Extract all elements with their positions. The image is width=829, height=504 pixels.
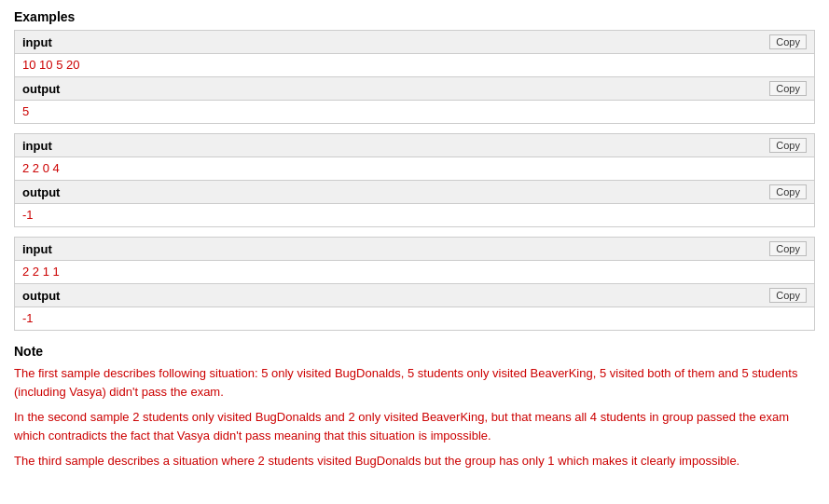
example-3-input-header: input Copy (15, 238, 814, 261)
example-2-output-value: -1 (22, 208, 34, 222)
example-1-output-label: output (22, 82, 60, 96)
example-1-input-value-row: 10 10 5 20 (15, 54, 814, 77)
note-title: Note (14, 344, 815, 359)
example-1-copy-output-button[interactable]: Copy (769, 81, 807, 96)
example-2-input-header: input Copy (15, 134, 814, 157)
example-block-2: input Copy 2 2 0 4 output Copy -1 (14, 133, 815, 227)
section-title: Examples (14, 9, 815, 24)
examples-container: input Copy 10 10 5 20 output Copy 5 inpu… (14, 30, 815, 331)
example-3-output-label: output (22, 289, 60, 303)
example-2-input-value: 2 2 0 4 (22, 161, 60, 175)
example-1-input-value: 10 10 5 20 (22, 58, 79, 72)
example-3-copy-input-button[interactable]: Copy (769, 241, 807, 256)
example-block-3: input Copy 2 2 1 1 output Copy -1 (14, 237, 815, 331)
example-2-copy-output-button[interactable]: Copy (769, 184, 807, 199)
note-paragraph-3: The third sample describes a situation w… (14, 452, 815, 470)
note-section: Note The first sample describes followin… (14, 344, 815, 470)
example-1-output-value: 5 (22, 104, 29, 118)
example-1-input-header: input Copy (15, 31, 814, 54)
example-3-input-label: input (22, 242, 52, 256)
example-3-output-value-row: -1 (15, 307, 814, 330)
example-2-input-label: input (22, 139, 52, 153)
example-block-1: input Copy 10 10 5 20 output Copy 5 (14, 30, 815, 124)
example-2-output-value-row: -1 (15, 204, 814, 226)
example-2-input-value-row: 2 2 0 4 (15, 157, 814, 181)
example-2-output-label: output (22, 185, 60, 199)
example-3-input-value: 2 2 1 1 (22, 265, 60, 279)
example-3-output-value: -1 (22, 311, 34, 325)
example-1-input-label: input (22, 35, 52, 49)
note-paragraph-2: In the second sample 2 students only vis… (14, 408, 815, 444)
example-2-copy-input-button[interactable]: Copy (769, 138, 807, 153)
note-paragraph-1: The first sample describes following sit… (14, 364, 815, 401)
example-3-input-value-row: 2 2 1 1 (15, 261, 814, 284)
example-3-copy-output-button[interactable]: Copy (769, 288, 807, 303)
example-1-output-value-row: 5 (15, 101, 814, 123)
example-1-output-header: output Copy (15, 77, 814, 101)
example-3-output-header: output Copy (15, 284, 814, 307)
example-2-output-header: output Copy (15, 181, 814, 204)
example-1-copy-input-button[interactable]: Copy (769, 34, 807, 49)
